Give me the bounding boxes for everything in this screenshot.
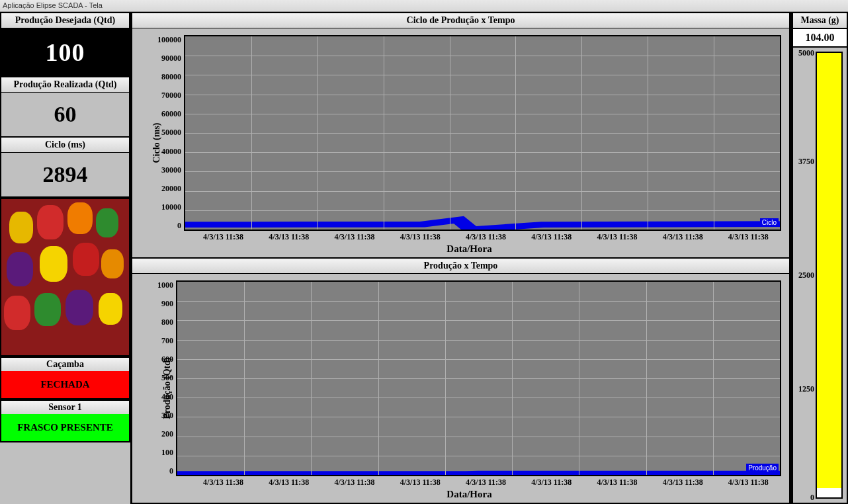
value-producao-desejada: 100 (1, 28, 129, 76)
mass-gauge: 50003750250012500 (792, 48, 848, 504)
mass-gauge-bar (816, 52, 843, 499)
status-cacamba: FECHADA (0, 371, 130, 399)
chart-producao-title: Produção x Tempo (132, 259, 789, 274)
panel-producao-realizada: Produção Realizada (Qtd) 60 (0, 77, 130, 138)
window-titlebar: Aplicação Elipse SCADA - Tela (0, 0, 848, 12)
panel-producao-desejada: Produção Desejada (Qtd) 100 (0, 12, 130, 77)
chart-ciclo-ylabel: Ciclo (ms) (151, 122, 162, 163)
mass-column: Massa (g) 104.00 50003750250012500 (791, 12, 848, 504)
label-massa: Massa (g) (792, 12, 848, 29)
chart-ciclo-tempo: Ciclo de Produção x Tempo Ciclo (ms) 100… (131, 12, 790, 259)
panel-ciclo: Ciclo (ms) 2894 (0, 138, 130, 198)
mass-gauge-fill (817, 53, 841, 488)
charts-column: Ciclo de Produção x Tempo Ciclo (ms) 100… (131, 12, 791, 504)
value-producao-realizada: 60 (1, 93, 129, 136)
chart-ciclo-xticks: 4/3/13 11:384/3/13 11:384/3/13 11:384/3/… (191, 232, 781, 242)
chart-ciclo-legend: Ciclo (760, 218, 779, 227)
mass-gauge-ticks: 50003750250012500 (793, 48, 816, 503)
chart-producao-xticks: 4/3/13 11:384/3/13 11:384/3/13 11:384/3/… (191, 478, 781, 487)
main-layout: Produção Desejada (Qtd) 100 Produção Rea… (0, 12, 848, 504)
chart-producao-legend: Produção (746, 464, 779, 472)
chart-producao-xlabel: Data/Hora (157, 489, 781, 500)
chart-ciclo-title: Ciclo de Produção x Tempo (132, 13, 789, 28)
value-massa: 104.00 (792, 29, 848, 48)
label-cacamba: Caçamba (0, 357, 130, 371)
product-image (0, 198, 130, 357)
label-ciclo: Ciclo (ms) (1, 138, 129, 153)
status-sensor1: FRASCO PRESENTE (0, 414, 130, 442)
chart-producao-tempo: Produção x Tempo Produção (Qtd) 10009008… (131, 259, 790, 504)
chart-ciclo-plot[interactable]: Ciclo (184, 35, 781, 231)
chart-producao-plot[interactable]: Produção (176, 280, 781, 476)
value-ciclo: 2894 (1, 153, 129, 196)
chart-producao-ylabel: Produção (Qtd) (162, 357, 173, 419)
label-producao-realizada: Produção Realizada (Qtd) (1, 77, 129, 93)
label-producao-desejada: Produção Desejada (Qtd) (1, 13, 129, 28)
left-column: Produção Desejada (Qtd) 100 Produção Rea… (0, 12, 131, 504)
chart-ciclo-xlabel: Data/Hora (157, 243, 781, 255)
label-sensor1: Sensor 1 (0, 399, 130, 414)
